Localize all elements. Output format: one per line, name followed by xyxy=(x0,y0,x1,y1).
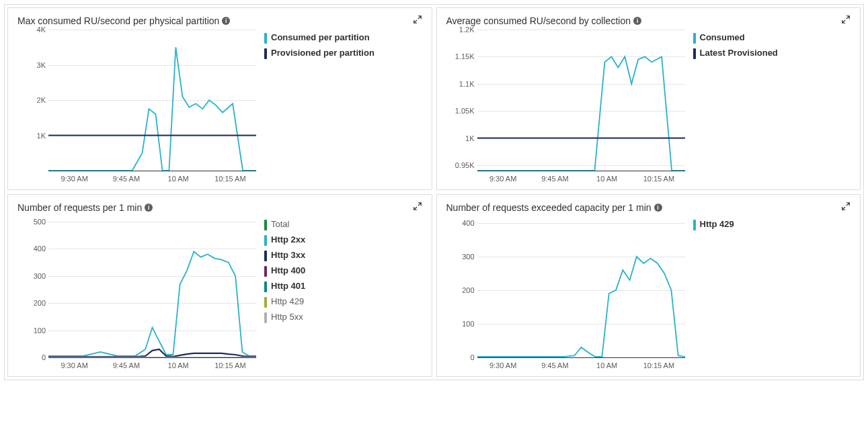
legend-swatch xyxy=(264,251,267,261)
legend-label: Http 400 xyxy=(271,265,305,276)
legend-item[interactable]: Http 400 xyxy=(264,265,422,277)
card-header: Max consumed RU/second per physical part… xyxy=(17,15,422,27)
y-tick-label: 1K xyxy=(37,132,46,140)
info-icon[interactable]: i xyxy=(633,17,641,25)
y-tick-label: 100 xyxy=(462,320,474,328)
y-tick-label: 4K xyxy=(37,26,46,34)
chart-card: Number of requests per 1 mini50040030020… xyxy=(7,194,432,377)
x-tick-labels: 9:30 AM9:45 AM10 AM10:15 AM xyxy=(48,171,256,183)
card-title: Number of requests per 1 min xyxy=(17,202,142,213)
card-header: Number of requests exceeded capacity per… xyxy=(446,202,851,214)
x-tick-label: 9:45 AM xyxy=(100,361,152,369)
legend-item[interactable]: Consumed xyxy=(693,32,851,44)
legend-item[interactable]: Consumed per partition xyxy=(264,32,422,44)
x-tick-label: 10 AM xyxy=(581,361,633,369)
legend-swatch xyxy=(264,281,267,292)
x-tick-label: 9:30 AM xyxy=(477,361,529,369)
chart-plot: 1.2K1.15K1.1K1.05K1K0.95K9:30 AM9:45 AM1… xyxy=(446,30,685,184)
legend-item[interactable]: Http 5xx xyxy=(264,312,422,323)
x-tick-labels: 9:30 AM9:45 AM10 AM10:15 AM xyxy=(477,171,685,183)
chart-card: Number of requests exceeded capacity per… xyxy=(436,194,861,377)
legend-swatch xyxy=(264,235,267,246)
chart-plot: 40030020010009:30 AM9:45 AM10 AM10:15 AM xyxy=(446,216,685,371)
x-tick-label: 10:15 AM xyxy=(633,361,684,369)
legend-label: Http 429 xyxy=(271,296,304,307)
chart-legend: Http 429 xyxy=(693,216,851,371)
legend-label: Consumed per partition xyxy=(271,32,370,43)
card-title: Max consumed RU/second per physical part… xyxy=(17,15,219,26)
card-title: Average consumed RU/second by collection xyxy=(446,15,631,26)
y-tick-label: 100 xyxy=(34,326,46,335)
legend-item[interactable]: Total xyxy=(264,219,422,230)
legend-item[interactable]: Http 429 xyxy=(693,219,851,230)
legend-label: Provisioned per partition xyxy=(271,48,374,58)
series-line xyxy=(48,47,256,171)
expand-icon[interactable] xyxy=(841,202,851,214)
card-header: Number of requests per 1 mini xyxy=(17,202,422,214)
chart-legend: ConsumedLatest Provisioned xyxy=(693,30,851,184)
legend-item[interactable]: Http 429 xyxy=(264,296,422,308)
chart-legend: Consumed per partitionProvisioned per pa… xyxy=(264,30,422,184)
expand-icon[interactable] xyxy=(841,15,851,27)
legend-swatch xyxy=(264,220,267,230)
series-line xyxy=(48,252,256,357)
x-tick-label: 9:45 AM xyxy=(529,361,581,369)
legend-swatch xyxy=(264,266,267,277)
y-tick-label: 500 xyxy=(34,218,46,226)
y-tick-label: 1.1K xyxy=(459,80,475,88)
chart-lines xyxy=(477,216,685,357)
x-tick-label: 10:15 AM xyxy=(633,175,684,183)
dashboard: Max consumed RU/second per physical part… xyxy=(4,4,864,380)
legend-swatch xyxy=(264,297,267,308)
chart-card: Average consumed RU/second by collection… xyxy=(436,7,861,190)
chart-plot: 50040030020010009:30 AM9:45 AM10 AM10:15… xyxy=(17,216,256,371)
x-tick-label: 10 AM xyxy=(581,175,633,183)
expand-icon[interactable] xyxy=(413,15,422,27)
y-tick-label: 0.95K xyxy=(455,161,475,169)
series-line xyxy=(477,56,685,171)
y-tick-label: 1K xyxy=(465,134,474,142)
legend-item[interactable]: Http 2xx xyxy=(264,234,422,246)
legend-item[interactable]: Latest Provisioned xyxy=(693,48,851,59)
x-tick-label: 9:30 AM xyxy=(48,175,100,183)
x-tick-labels: 9:30 AM9:45 AM10 AM10:15 AM xyxy=(477,357,685,369)
x-tick-label: 10:15 AM xyxy=(204,175,256,183)
y-tick-label: 300 xyxy=(34,272,46,280)
legend-label: Http 5xx xyxy=(271,312,303,322)
chart-plot: 4K3K2K1K9:30 AM9:45 AM10 AM10:15 AM xyxy=(17,30,256,184)
y-tick-label: 0 xyxy=(42,353,46,361)
y-tick-label: 200 xyxy=(462,286,474,294)
y-tick-label: 2K xyxy=(37,96,46,104)
legend-item[interactable]: Http 401 xyxy=(264,281,422,292)
legend-label: Http 429 xyxy=(700,219,734,230)
x-tick-label: 9:30 AM xyxy=(477,175,529,183)
legend-item[interactable]: Http 3xx xyxy=(264,250,422,261)
legend-label: Http 3xx xyxy=(271,250,305,261)
legend-label: Latest Provisioned xyxy=(700,48,778,58)
x-tick-label: 9:45 AM xyxy=(100,175,152,183)
y-tick-label: 400 xyxy=(462,219,474,227)
legend-swatch xyxy=(693,33,696,44)
y-tick-label: 1.15K xyxy=(455,52,475,60)
info-icon[interactable]: i xyxy=(654,204,662,212)
chart-lines xyxy=(477,30,685,171)
x-tick-label: 10:15 AM xyxy=(204,361,256,369)
card-header: Average consumed RU/second by collection… xyxy=(446,15,851,27)
info-icon[interactable]: i xyxy=(145,204,153,212)
expand-icon[interactable] xyxy=(413,202,422,214)
card-title: Number of requests exceeded capacity per… xyxy=(446,202,652,213)
chart-card: Max consumed RU/second per physical part… xyxy=(7,7,432,190)
chart-legend: TotalHttp 2xxHttp 3xxHttp 400Http 401Htt… xyxy=(264,216,422,371)
x-tick-label: 10 AM xyxy=(153,175,204,183)
chart-lines xyxy=(48,30,256,171)
info-icon[interactable]: i xyxy=(222,17,230,25)
legend-swatch xyxy=(693,220,696,230)
series-line xyxy=(477,257,685,357)
y-tick-label: 1.2K xyxy=(459,26,475,34)
legend-swatch xyxy=(264,48,267,59)
x-tick-labels: 9:30 AM9:45 AM10 AM10:15 AM xyxy=(48,357,256,369)
legend-label: Total xyxy=(271,219,289,230)
x-tick-label: 9:45 AM xyxy=(529,175,581,183)
legend-item[interactable]: Provisioned per partition xyxy=(264,48,422,59)
legend-swatch xyxy=(693,48,696,59)
